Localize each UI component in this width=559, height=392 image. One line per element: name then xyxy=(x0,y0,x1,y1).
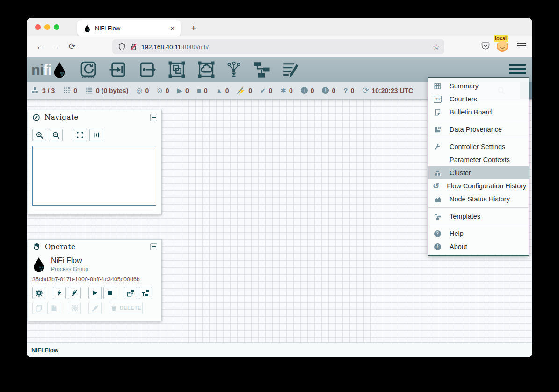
refresh-icon[interactable]: ⟳ xyxy=(362,86,369,94)
new-tab-button[interactable]: + xyxy=(187,21,200,35)
wrench-icon xyxy=(433,143,442,150)
zoom-actual-size-button[interactable] xyxy=(89,129,103,141)
copy-button[interactable] xyxy=(32,302,45,314)
status-last-refresh: ⟳10:20:23 UTC xyxy=(362,86,413,94)
birdseye-minimap[interactable] xyxy=(32,146,156,206)
save-template-icon xyxy=(126,289,135,297)
table-icon xyxy=(433,82,442,90)
template-component-icon[interactable] xyxy=(252,60,271,79)
operate-header[interactable]: Operate xyxy=(28,240,161,254)
history-icon: ↺ xyxy=(433,182,439,190)
url-bar[interactable]: 192.168.40.11:8080/nifi/ ☆ xyxy=(112,39,444,54)
menu-item-parameter-contexts[interactable]: Parameter Contexts xyxy=(428,153,529,166)
back-button[interactable]: ← xyxy=(33,40,47,54)
close-tab-icon[interactable]: × xyxy=(168,24,176,32)
browser-toolbar: ← → ⟳ 192.168.40.11:8080/nifi/ ☆ local xyxy=(27,36,532,57)
logo-ni: ni xyxy=(31,62,44,78)
enable-button[interactable] xyxy=(53,287,66,299)
menu-item-node-status-history[interactable]: Node Status History xyxy=(428,192,529,206)
bolt-slash-icon xyxy=(71,289,78,297)
compass-icon xyxy=(32,114,40,121)
menu-item-controller-settings[interactable]: Controller Settings xyxy=(428,140,529,153)
insecure-lock-icon[interactable] xyxy=(130,43,138,51)
window-controls xyxy=(35,24,59,30)
shield-icon[interactable] xyxy=(118,43,126,51)
question-icon: ? xyxy=(343,87,348,94)
process-group-component-icon[interactable] xyxy=(167,60,187,79)
global-menu: Summary 23Counters Bulletin Board Data P… xyxy=(428,77,529,256)
configure-button[interactable] xyxy=(32,287,45,299)
zoom-out-button[interactable] xyxy=(49,129,63,141)
remote-process-group-component-icon[interactable] xyxy=(196,60,216,79)
status-up-to-date: ✔0 xyxy=(260,87,272,94)
navigate-header[interactable]: Navigate xyxy=(28,110,161,124)
menu-item-cluster[interactable]: Cluster xyxy=(428,166,529,179)
change-color-button[interactable] xyxy=(88,302,102,314)
menu-item-templates[interactable]: Templates xyxy=(428,210,529,223)
birdseye-strip xyxy=(32,207,156,213)
input-port-component-icon[interactable] xyxy=(108,60,128,79)
selected-flow-id: 35cbd3b7-017b-1000-8bff-1c3405c00d6b xyxy=(28,272,161,283)
paste-button[interactable] xyxy=(47,302,60,314)
collapse-operate-button[interactable] xyxy=(150,243,157,250)
group-button[interactable] xyxy=(68,302,81,314)
group-selection-icon xyxy=(71,304,79,312)
avatar-emoji-icon xyxy=(497,41,508,52)
component-toolbar xyxy=(79,60,301,79)
reload-button[interactable]: ⟳ xyxy=(65,40,79,54)
selected-component: NiFi Flow Process Group xyxy=(28,254,161,272)
zoom-window-button[interactable] xyxy=(54,24,59,30)
pocket-icon[interactable] xyxy=(481,41,490,50)
bulletin-note-icon xyxy=(433,108,442,116)
status-stopped: ■0 xyxy=(197,87,208,94)
menu-item-flow-configuration-history[interactable]: ↺Flow Configuration History xyxy=(428,179,529,192)
exclamation-circle-icon: ! xyxy=(322,87,329,94)
url-host: 192.168.40.11 xyxy=(141,43,181,50)
save-template-button[interactable] xyxy=(124,287,137,299)
upload-template-button[interactable] xyxy=(139,287,152,299)
menu-item-bulletin-board[interactable]: Bulletin Board xyxy=(428,106,529,119)
status-queued: 0 (0 bytes) xyxy=(85,86,128,94)
navigate-tools xyxy=(28,124,161,143)
zoom-out-icon xyxy=(51,131,60,140)
operate-buttons-row1 xyxy=(28,283,161,299)
zoom-in-button[interactable] xyxy=(32,129,46,141)
menu-item-counters[interactable]: 23Counters xyxy=(428,93,529,106)
zoom-fit-button[interactable] xyxy=(73,129,87,141)
running-icon: ▶ xyxy=(177,87,183,94)
screenshot-background: NiFi Flow × + ← → ⟳ 192.168.40.11:8080/n… xyxy=(0,0,559,392)
menu-separator xyxy=(428,138,529,138)
menu-item-data-provenance[interactable]: Data Provenance xyxy=(428,123,529,136)
close-window-button[interactable] xyxy=(35,24,41,30)
fit-icon xyxy=(76,131,84,139)
processor-component-icon[interactable] xyxy=(79,60,98,79)
menu-item-summary[interactable]: Summary xyxy=(428,79,529,93)
output-port-component-icon[interactable] xyxy=(138,60,157,79)
funnel-component-icon[interactable] xyxy=(226,60,242,79)
browser-menu-button[interactable] xyxy=(515,41,528,51)
menu-item-about[interactable]: iAbout xyxy=(428,240,529,253)
collapse-navigate-button[interactable] xyxy=(150,114,157,121)
start-button[interactable] xyxy=(88,287,102,299)
stop-button[interactable] xyxy=(103,287,116,299)
status-active-threads: 0 xyxy=(63,86,77,94)
profile-avatar[interactable]: local xyxy=(497,40,509,52)
disable-button[interactable] xyxy=(68,287,81,299)
one-to-one-icon xyxy=(92,131,101,139)
bookmark-star-icon[interactable]: ☆ xyxy=(432,41,441,53)
forward-button[interactable]: → xyxy=(49,40,63,54)
menu-item-help[interactable]: ?Help xyxy=(428,227,529,240)
label-component-icon[interactable] xyxy=(281,60,301,79)
global-menu-button[interactable] xyxy=(509,64,526,76)
tab-strip: NiFi Flow × + xyxy=(27,18,532,36)
breadcrumb[interactable]: NiFi Flow xyxy=(31,347,58,354)
browser-tab[interactable]: NiFi Flow × xyxy=(77,20,181,36)
delete-button[interactable]: DELETE xyxy=(109,302,143,314)
navigate-palette: Navigate xyxy=(28,110,162,215)
minimize-window-button[interactable] xyxy=(44,24,50,30)
status-stale: ↑0 xyxy=(301,87,314,94)
operate-title: Operate xyxy=(45,242,150,251)
status-sync-failure: ?0 xyxy=(343,87,354,94)
template-icon xyxy=(433,213,442,221)
delete-label: DELETE xyxy=(120,305,141,311)
